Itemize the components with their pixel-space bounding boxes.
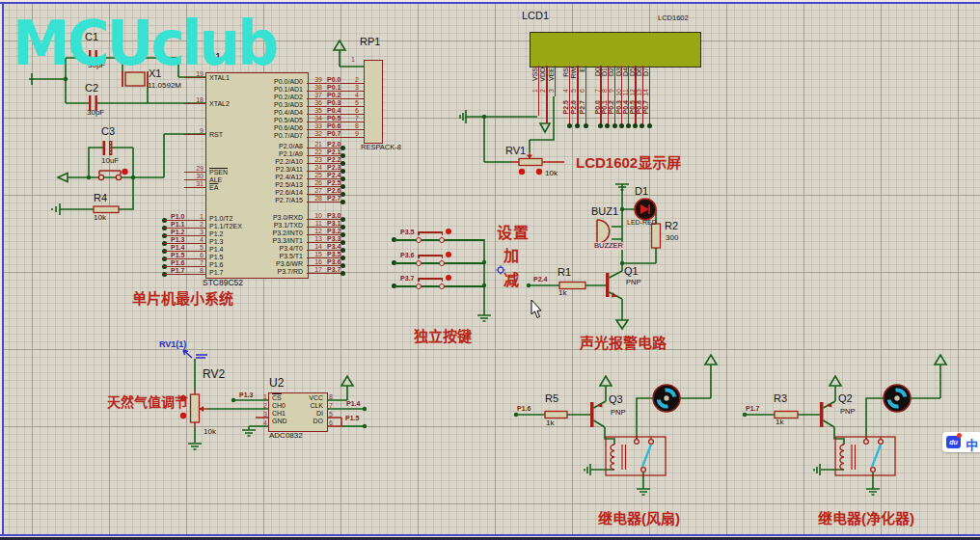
pin-name: D0	[594, 68, 601, 76]
pin-number: 4	[200, 236, 204, 243]
pin-row: P2.4/A12 25 P2.4	[209, 171, 381, 178]
r2-value: 300	[666, 234, 678, 242]
r5-value: 1k	[546, 419, 554, 427]
key-buttons: P3.5 P3.6	[391, 228, 484, 297]
rp1-pin1-number: 1	[351, 56, 355, 63]
key-label-set: 设置	[497, 226, 530, 242]
respack-pin-number: 4	[355, 92, 359, 98]
net-label: P0.0	[327, 76, 340, 83]
net-label: P0.3	[327, 99, 340, 106]
button-actuator[interactable]	[446, 275, 451, 281]
q2-ref: Q2	[838, 393, 853, 405]
c2-ref: C2	[85, 83, 98, 94]
button-contact	[439, 237, 445, 243]
pin-number: 5	[329, 411, 333, 418]
u1-p3-pins: P3.0/RXD 10 P3.0 P3.1/TXD 11 P3.1 P3.2/I…	[209, 211, 381, 273]
pin-row: P1.4 5	[160, 243, 205, 251]
pin-row: 1	[231, 392, 268, 400]
pin-row: P3.0/RXD 10 P3.0	[209, 211, 381, 219]
caption-alarm: 声光报警电路	[580, 336, 667, 351]
push-button[interactable]	[414, 251, 454, 274]
pin-number: 6	[579, 89, 585, 93]
pin-row: P2.3/A11 24 P2.3	[209, 163, 381, 171]
r4-value: 10k	[94, 214, 106, 222]
pin-name: VSS	[531, 68, 538, 81]
pin-name: RS	[562, 68, 569, 77]
r3-value: 1k	[776, 418, 783, 426]
u1-p1-terminals: P1.0 1 P1.1 2 P1.2 3 P1.3	[160, 212, 205, 274]
pin-number: 4	[263, 419, 267, 426]
net-label: P2.2	[327, 156, 340, 163]
terminal-dot	[575, 123, 580, 128]
pin-number: 15	[308, 251, 322, 257]
pin-row: P0.7/AD7 32 P0.7 9	[209, 129, 381, 137]
ime-mode-label[interactable]: 中	[966, 435, 978, 453]
window-border-bottom	[0, 534, 980, 536]
pin-row: P1.3 4	[160, 235, 205, 243]
pin-row: P3.2/INT0 12 P3.2	[209, 227, 381, 234]
pin-number: 1	[200, 213, 204, 220]
pin-row: P2.2/A10 23 P2.2	[209, 155, 381, 163]
push-button[interactable]	[414, 274, 454, 297]
terminal-dot	[340, 200, 345, 204]
button-actuator[interactable]	[446, 252, 451, 257]
pin-row: P2.1/A9 22 P2.1	[209, 148, 381, 155]
mcuclub-logo: MCUclub	[13, 12, 276, 76]
respack-pin-number: 2	[355, 76, 359, 83]
net-label: P3.4	[327, 243, 340, 250]
net-label: P2.7	[579, 100, 585, 114]
lcd-ref: LCD1	[522, 11, 549, 22]
net-label: P3.1	[327, 220, 340, 227]
lcd-data-pins: D0 7 P0.0 D1 8 P0.1 D2 9 P0.2	[596, 66, 652, 129]
pin-number: 22	[308, 148, 322, 155]
floating-widget[interactable]: du 中	[942, 432, 980, 452]
net-label: P0.7	[642, 100, 649, 114]
u2-right-pins: 8 7 5 6	[327, 392, 346, 426]
pin-name: DO	[313, 418, 324, 424]
pin-number: 10	[615, 89, 622, 96]
key-row: P3.5	[391, 228, 484, 251]
pin-number: 3	[263, 411, 267, 418]
pin-row: P1.2 3	[160, 228, 205, 235]
terminal-dot	[567, 123, 572, 128]
pin-name: D5	[629, 68, 636, 76]
pin-number: 2	[200, 221, 204, 228]
pin-name: P0.7/AD7	[209, 132, 303, 139]
q3-ref: Q3	[609, 394, 623, 406]
pin-number: 7	[200, 259, 204, 266]
pin-row: P2.0/A8 21 P2.0	[209, 140, 381, 148]
net-label-p1-4: P1.4	[346, 400, 360, 407]
respack-pin-number: 5	[355, 99, 359, 106]
pin-name: CH1	[272, 410, 286, 417]
pin-row: P0.2/AD2 37 P0.2 4	[209, 91, 381, 98]
pin-number: 38	[308, 84, 322, 91]
pin-row: 8	[327, 392, 346, 400]
lcd-screen[interactable]	[530, 32, 701, 68]
pin-number: 23	[308, 156, 322, 163]
pin-number: 5	[200, 244, 204, 251]
pin-row: 5	[327, 409, 346, 418]
pin-number: 6	[329, 419, 333, 426]
pin-number: 1	[263, 393, 267, 400]
lcd-pin: RW 5 P2.6	[572, 66, 580, 129]
lcd-control-pins: RS 4 P2.5 RW 5 P2.6 E 6 P2.7	[564, 66, 588, 129]
button-actuator[interactable]	[446, 229, 451, 234]
pin-row: P0.1/AD1 38 P0.1 3	[209, 83, 381, 91]
pin-row: P0.4/AD4 35 P0.4 6	[209, 106, 381, 114]
lcd-pin: E 6 P2.7	[581, 66, 588, 129]
net-label: P3.2	[327, 228, 340, 234]
u1-part: STC89C52	[203, 279, 243, 287]
button-contact	[416, 237, 422, 243]
pin-row: P0.3/AD3 36 P0.3 5	[209, 98, 381, 106]
push-button[interactable]	[414, 228, 454, 251]
c2-value: 30pF	[87, 109, 104, 117]
net-label: P2.6	[570, 100, 577, 114]
rv1-value: 10k	[545, 170, 558, 177]
u1-p2-pins: P2.0/A8 21 P2.0 P2.1/A9 22 P2.1 P2.2/A10…	[209, 140, 381, 202]
pin-row: P2.5/A13 26 P2.5	[209, 178, 381, 186]
net-label: P0.1	[327, 84, 340, 91]
pin-row: P3.5/T1 15 P3.5	[209, 250, 381, 257]
pin-name: D3	[615, 68, 622, 76]
proteus-schematic-window: MCUclub C1 30pF C2 30pF X1 11.0592M C3 1…	[0, 0, 980, 540]
pin-row: P3.1/TXD 11 P3.1	[209, 219, 381, 227]
